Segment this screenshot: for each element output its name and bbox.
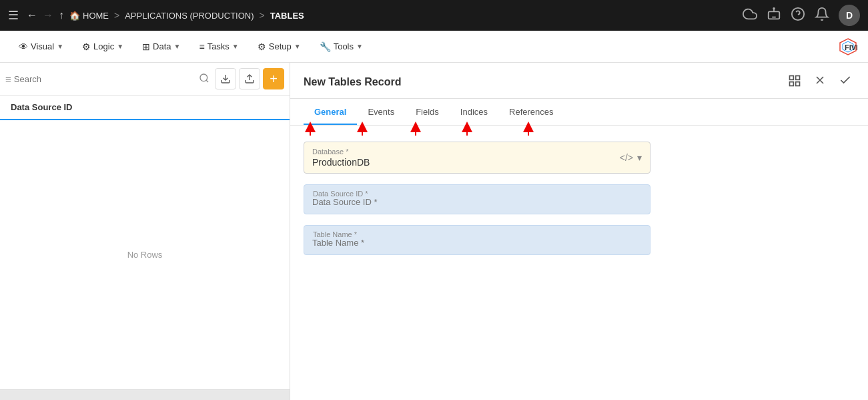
user-avatar[interactable]: D — [839, 5, 860, 26]
nav-tools[interactable]: 🔧 Tools ▼ — [312, 37, 371, 56]
download-button[interactable] — [215, 68, 236, 89]
tools-icon: 🔧 — [320, 41, 331, 52]
close-button[interactable] — [811, 71, 829, 93]
table-name-input[interactable] — [304, 225, 650, 255]
left-panel-footer — [0, 389, 290, 400]
form-content: Database * ProductionDB </> ▾ Data Sourc… — [290, 126, 868, 400]
back-button[interactable]: ← — [27, 9, 37, 21]
bell-icon[interactable] — [815, 7, 829, 25]
search-input[interactable] — [14, 74, 196, 84]
data-source-id-field: Data Source ID * — [304, 184, 650, 214]
tab-events[interactable]: Events — [357, 99, 405, 125]
grid-view-button[interactable] — [785, 71, 804, 93]
tab-indices[interactable]: Indices — [450, 99, 498, 125]
left-panel-body: No Rows — [0, 120, 290, 389]
breadcrumb-sep-2: > — [260, 10, 265, 21]
data-icon: ⊞ — [142, 41, 150, 52]
database-field: Database * ProductionDB </> ▾ — [304, 142, 650, 174]
confirm-button[interactable] — [836, 71, 855, 93]
hamburger-menu[interactable]: ☰ — [8, 8, 19, 23]
panel-title: New Tables Record — [304, 76, 785, 88]
database-field-wrapper: Database * ProductionDB </> ▾ — [304, 142, 650, 174]
tab-references[interactable]: References — [498, 99, 564, 125]
nav-logic[interactable]: ⚙ Logic ▼ — [74, 37, 131, 56]
code-icon[interactable]: </> — [620, 152, 633, 163]
svg-rect-0 — [769, 11, 780, 19]
svg-rect-12 — [796, 81, 800, 85]
database-value: ProductionDB — [312, 157, 620, 168]
filter-icon: ≡ — [5, 73, 11, 85]
cloud-icon[interactable] — [743, 7, 757, 25]
logic-icon: ⚙ — [82, 41, 91, 52]
right-panel-header: New Tables Record — [290, 63, 868, 99]
top-navigation: ☰ ← → ↑ 🏠 HOME > APPLICATIONS (PRODUCTIO… — [0, 0, 868, 31]
tasks-caret: ▼ — [232, 43, 239, 50]
export-button[interactable] — [239, 68, 260, 89]
tab-general[interactable]: General — [304, 99, 357, 125]
tabs-container: General Events Fields Indices References — [290, 99, 868, 126]
no-rows-message: No Rows — [127, 250, 163, 260]
help-icon[interactable] — [791, 7, 805, 25]
home-icon: 🏠 — [69, 11, 80, 21]
svg-rect-11 — [790, 81, 794, 85]
database-field-actions: </> ▾ — [620, 152, 642, 163]
panel-actions — [785, 71, 855, 93]
left-panel: ≡ + Data Source ID No Rows — [0, 63, 290, 400]
main-area: ≡ + Data Source ID No Rows New Tab — [0, 63, 868, 400]
add-button[interactable]: + — [263, 68, 284, 89]
svg-point-6 — [200, 74, 207, 81]
tools-caret: ▼ — [356, 43, 363, 50]
tab-fields[interactable]: Fields — [405, 99, 450, 125]
breadcrumb-home[interactable]: 🏠 HOME — [69, 11, 109, 21]
svg-rect-9 — [790, 75, 794, 79]
nav-tasks[interactable]: ≡ Tasks ▼ — [191, 37, 246, 56]
database-label: Database * — [312, 148, 620, 156]
data-caret: ▼ — [174, 43, 181, 50]
breadcrumb-app[interactable]: APPLICATIONS (PRODUCTION) — [125, 11, 254, 21]
tasks-icon: ≡ — [199, 41, 204, 52]
search-bar: ≡ + — [0, 63, 290, 95]
nav-data[interactable]: ⊞ Data ▼ — [134, 37, 188, 56]
visual-caret: ▼ — [57, 43, 63, 50]
forward-button[interactable]: → — [43, 9, 53, 21]
data-source-id-input[interactable] — [304, 184, 650, 214]
breadcrumb-sep-1: > — [114, 10, 119, 21]
five-logo: FIVE — [839, 37, 857, 56]
table-name-field: Table Name * — [304, 225, 650, 255]
visual-icon: 👁 — [19, 41, 28, 52]
main-navigation: 👁 Visual ▼ ⚙ Logic ▼ ⊞ Data ▼ ≡ Tasks ▼ … — [0, 31, 868, 63]
search-icon[interactable] — [199, 73, 209, 85]
nav-setup[interactable]: ⚙ Setup ▼ — [250, 37, 309, 56]
five-logo-icon: FIVE — [839, 37, 857, 56]
bot-icon[interactable] — [767, 7, 781, 25]
svg-text:FIVE: FIVE — [845, 43, 857, 51]
dropdown-icon[interactable]: ▾ — [637, 152, 642, 163]
tabs: General Events Fields Indices References — [290, 99, 868, 126]
toolbar-buttons: + — [215, 68, 284, 89]
setup-caret: ▼ — [294, 43, 301, 50]
breadcrumb-current: TABLES — [270, 11, 304, 21]
right-panel: New Tables Record General Events Fields … — [290, 63, 868, 400]
svg-rect-10 — [796, 75, 800, 79]
top-nav-right: D — [743, 5, 860, 26]
left-panel-column-header: Data Source ID — [0, 95, 290, 120]
svg-point-1 — [773, 7, 775, 9]
logic-caret: ▼ — [117, 43, 123, 50]
setup-icon: ⚙ — [258, 41, 266, 52]
up-button[interactable]: ↑ — [59, 9, 64, 21]
nav-visual[interactable]: 👁 Visual ▼ — [11, 37, 71, 56]
